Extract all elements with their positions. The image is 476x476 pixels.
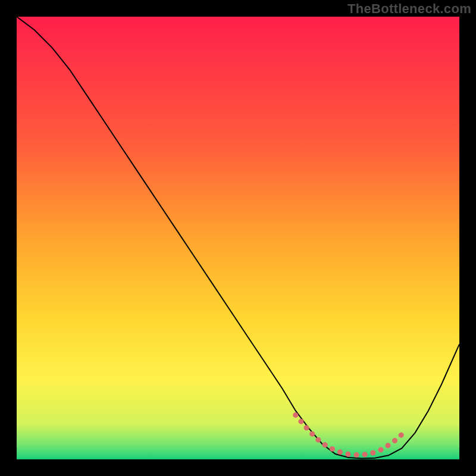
plot-area bbox=[17, 17, 459, 459]
watermark-text: TheBottleneck.com bbox=[347, 1, 471, 17]
chart-frame: TheBottleneck.com bbox=[0, 0, 476, 476]
chart-svg bbox=[17, 17, 459, 459]
gradient-background bbox=[17, 17, 459, 459]
